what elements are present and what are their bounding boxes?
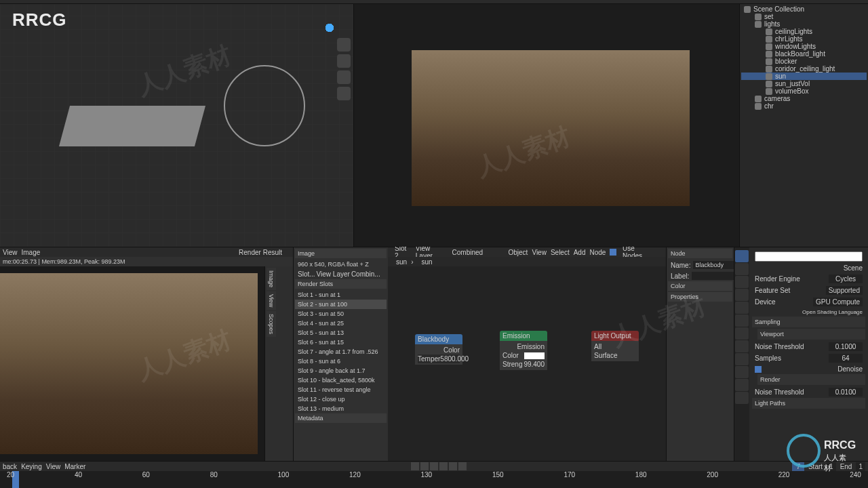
target-all[interactable]: All (594, 343, 601, 350)
menu-marker[interactable]: Marker (64, 463, 85, 470)
section-color[interactable]: Color (668, 281, 732, 291)
rotation-gizmo[interactable] (224, 65, 305, 146)
render-slot[interactable]: Slot 7 - angle at 1.7 from .526 (295, 347, 387, 357)
render-slot[interactable]: Slot 13 - medium (295, 404, 387, 413)
combined-label[interactable]: Combined (452, 249, 484, 256)
section-light-paths[interactable]: Light Paths (752, 398, 865, 409)
tab-render[interactable] (735, 250, 749, 262)
outliner-item[interactable]: cameras (741, 95, 867, 102)
outliner-item[interactable]: lights (741, 20, 867, 28)
render-slot[interactable]: Slot 2 - sun at 100 (295, 300, 387, 309)
prev-key-icon[interactable] (420, 462, 429, 470)
play-reverse-icon[interactable] (430, 462, 438, 470)
breadcrumb-obj[interactable]: sun (396, 258, 407, 266)
end-value[interactable]: 1 (856, 462, 865, 471)
use-nodes-checkbox[interactable] (610, 249, 616, 256)
node-light-output[interactable]: Light Output All Surface (591, 331, 639, 361)
viewlayer-dropdown[interactable]: View Layer (317, 270, 350, 278)
section-metadata[interactable]: Metadata (295, 413, 387, 423)
render-slot[interactable]: Slot 3 - sun at 50 (295, 309, 387, 319)
render-slot[interactable]: Slot 12 - close up (295, 394, 387, 404)
outliner-item[interactable]: chrLights (741, 35, 867, 43)
zoom-tool-icon[interactable] (337, 38, 351, 52)
axis-gizmo[interactable] (319, 18, 340, 38)
menu-node[interactable]: Node (590, 249, 606, 256)
node-canvas[interactable]: Blackbody Color Temper5800.000 Emission … (388, 266, 666, 461)
tab-modifiers[interactable] (735, 327, 749, 340)
menu-select[interactable]: Select (551, 249, 570, 256)
section-image[interactable]: Image (295, 249, 387, 258)
outliner-item[interactable]: coridor_ceiling_light (741, 65, 867, 73)
tab-physics[interactable] (735, 353, 749, 365)
menu-view[interactable]: View (532, 249, 547, 256)
render-slot[interactable]: Slot 11 - reverse test angle (295, 385, 387, 394)
osl-label[interactable]: Open Shading Language (802, 309, 863, 315)
denoise-checkbox[interactable] (755, 366, 762, 373)
menu-view[interactable]: View (46, 463, 61, 470)
jump-end-icon[interactable] (458, 462, 467, 470)
socket-color[interactable]: Color (502, 352, 519, 359)
noise-threshold2-value[interactable]: 0.0100 (829, 388, 863, 396)
outliner-item[interactable]: blackBoard_light (741, 50, 867, 58)
tab-scopes[interactable]: Scopes (267, 311, 276, 337)
image-view[interactable] (0, 266, 264, 461)
tab-constraints[interactable] (735, 366, 749, 378)
tab-scene[interactable] (735, 289, 749, 301)
render-engine-value[interactable]: Cycles (829, 274, 863, 283)
breadcrumb-data[interactable]: sun (421, 258, 432, 266)
outliner-item[interactable]: volumeBox (741, 87, 867, 95)
render-slot[interactable]: Slot 8 - sun at 6 (295, 357, 387, 366)
socket-surface[interactable]: Surface (594, 352, 617, 359)
socket-emission[interactable]: Emission (517, 343, 545, 350)
section-properties[interactable]: Properties (668, 292, 732, 302)
outliner-item[interactable]: ceilingLights (741, 28, 867, 35)
render-slot[interactable]: Slot 6 - sun at 15 (295, 338, 387, 347)
feature-set-value[interactable]: Supported (826, 286, 863, 295)
play-icon[interactable] (439, 462, 448, 470)
timeline-track[interactable]: 20406080100120130150170180200220240 (0, 471, 868, 488)
jump-start-icon[interactable] (411, 462, 419, 470)
slot-dropdown[interactable]: Slot... (298, 270, 315, 278)
color-swatch[interactable] (524, 352, 545, 359)
search-input[interactable] (755, 251, 863, 262)
outliner-item[interactable]: sun_justVol (741, 80, 867, 87)
tab-data[interactable] (735, 379, 749, 391)
object-label[interactable]: Object (509, 249, 528, 256)
tab-particles[interactable] (735, 340, 749, 352)
menu-add[interactable]: Add (574, 249, 586, 256)
temper-value[interactable]: 5800.000 (440, 355, 469, 363)
outliner-item[interactable]: sun (741, 73, 867, 80)
tab-material[interactable] (735, 392, 749, 404)
render-slot[interactable]: Slot 1 - sun at 1 (295, 290, 387, 300)
menu-image[interactable]: Image (22, 249, 41, 256)
tab-world[interactable] (735, 302, 749, 314)
section-render-slots[interactable]: Render Slots (295, 279, 387, 289)
node-emission[interactable]: Emission Emission Color Streng99.400 (500, 331, 547, 370)
render-slot[interactable]: Slot 9 - angle back at 1.7 (295, 366, 387, 375)
render-slot[interactable]: Slot 4 - sun at 25 (295, 319, 387, 328)
outliner-item[interactable]: blocker (741, 58, 867, 65)
tab-view[interactable]: View (267, 291, 276, 310)
render-result-label[interactable]: Render Result (239, 249, 282, 256)
node-blackbody[interactable]: Blackbody Color Temper5800.000 (415, 334, 462, 365)
combined-dropdown[interactable]: Combin... (351, 270, 380, 278)
perspective-tool-icon[interactable] (337, 87, 351, 100)
move-tool-icon[interactable] (337, 54, 351, 68)
section-sampling[interactable]: Sampling (752, 317, 865, 327)
viewport-render[interactable] (354, 4, 739, 247)
tab-viewlayer[interactable] (735, 276, 749, 288)
playback-label[interactable]: back (3, 463, 17, 470)
socket-color[interactable]: Color (443, 346, 460, 354)
device-value[interactable]: GPU Compute (813, 298, 863, 306)
noise-threshold-value[interactable]: 0.1000 (829, 342, 863, 351)
section-node[interactable]: Node (668, 249, 732, 258)
tab-output[interactable] (735, 263, 749, 275)
outliner-item[interactable]: windowLights (741, 43, 867, 50)
samples-value[interactable]: 64 (829, 354, 863, 363)
section-viewport[interactable]: Viewport (757, 329, 865, 340)
camera-tool-icon[interactable] (337, 70, 351, 84)
tab-image[interactable]: Image (267, 268, 276, 290)
menu-view[interactable]: View (3, 249, 18, 256)
next-key-icon[interactable] (449, 462, 457, 470)
strength-value[interactable]: 99.400 (524, 361, 545, 368)
